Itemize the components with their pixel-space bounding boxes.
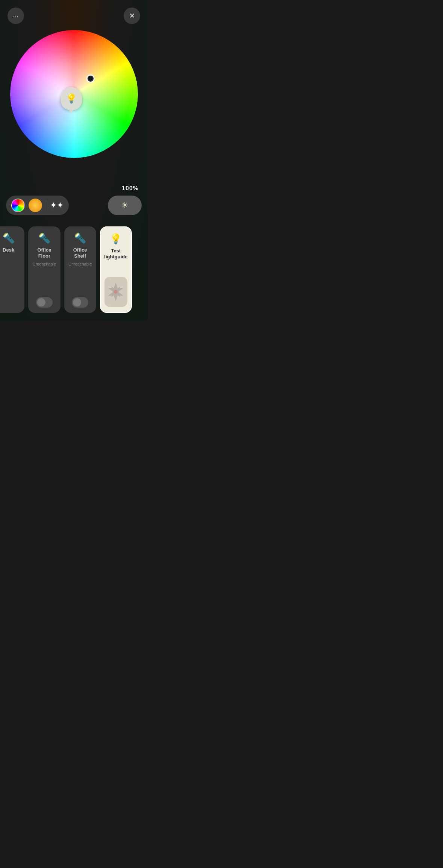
sparkle-icon: ✦✦	[50, 200, 64, 210]
card-test-lightguide-bottom	[104, 277, 127, 307]
bulb-pin-tail	[69, 109, 74, 114]
color-wheel-container[interactable]: 💡	[10, 30, 138, 158]
card-test-lightguide-name: Test lightguide	[104, 248, 127, 259]
card-office-shelf-status: Unreachable	[68, 262, 92, 266]
star-icon	[104, 281, 127, 303]
color-picker-dot[interactable]	[86, 74, 95, 83]
bulb-pin-body: 💡	[61, 87, 82, 110]
card-test-lightguide[interactable]: 💡 Test lightguide	[100, 226, 132, 313]
brightness-percentage: 100%	[122, 185, 139, 192]
card-office-shelf-bottom	[72, 295, 88, 308]
app-container: ··· ✕ 💡 100% ☀	[0, 0, 148, 320]
card-desk-icon: 🔦	[3, 232, 15, 244]
warm-mode-button[interactable]	[29, 199, 42, 212]
close-button[interactable]: ✕	[124, 8, 140, 24]
sparkle-button[interactable]: ✦✦	[50, 200, 64, 210]
card-office-shelf-name: Office Shelf	[68, 247, 92, 259]
card-office-shelf-toggle[interactable]	[72, 297, 88, 308]
more-icon: ···	[13, 12, 18, 20]
card-test-lightguide-icon: 💡	[110, 233, 122, 245]
card-desk-top: 🔦 Desk	[3, 232, 15, 308]
card-office-floor-bottom	[36, 295, 53, 308]
cards-row: 🔦 Desk 🔦 Office Floor Unreachable 🔦	[0, 223, 148, 317]
svg-point-2	[114, 290, 118, 294]
card-office-floor-status: Unreachable	[33, 262, 56, 266]
brightness-button[interactable]: ☀	[108, 196, 142, 215]
card-office-shelf[interactable]: 🔦 Office Shelf Unreachable	[64, 226, 96, 313]
card-office-floor-name: Office Floor	[32, 247, 56, 259]
card-office-floor-icon: 🔦	[38, 232, 50, 244]
card-office-floor[interactable]: 🔦 Office Floor Unreachable	[28, 226, 60, 313]
color-wheel-mode-button[interactable]	[11, 199, 25, 212]
card-office-shelf-icon: 🔦	[74, 232, 86, 244]
close-icon: ✕	[129, 12, 135, 20]
color-wheel-mini-icon	[11, 199, 25, 212]
bulb-pin[interactable]: 💡	[61, 87, 82, 114]
color-modes-bar: ✦✦	[6, 196, 69, 215]
bulb-pin-icon: 💡	[66, 93, 77, 104]
more-button[interactable]: ···	[8, 8, 24, 24]
card-test-lightguide-top: 💡 Test lightguide	[104, 233, 127, 275]
card-desk[interactable]: 🔦 Desk	[0, 226, 24, 313]
divider	[46, 200, 46, 211]
card-desk-name: Desk	[3, 247, 14, 253]
bottom-section: 100% ☀ ✦✦ 🔦 Desk	[0, 185, 148, 320]
card-office-shelf-top: 🔦 Office Shelf Unreachable	[68, 232, 92, 295]
card-office-floor-top: 🔦 Office Floor Unreachable	[32, 232, 56, 295]
warm-circle-icon	[29, 199, 42, 212]
sun-icon: ☀	[121, 200, 129, 210]
card-office-floor-toggle[interactable]	[36, 297, 53, 308]
